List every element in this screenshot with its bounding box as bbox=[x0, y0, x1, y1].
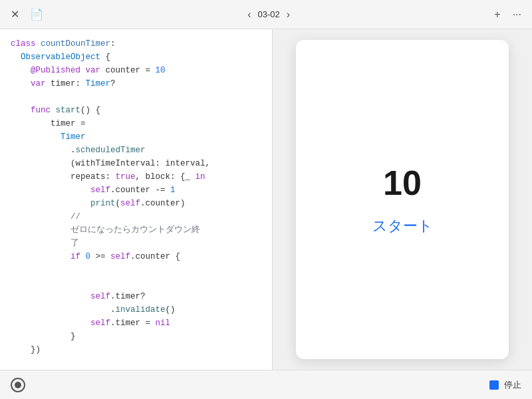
bottom-bar: 停止 bbox=[0, 370, 532, 399]
preview-panel: 10 スタート bbox=[273, 29, 532, 370]
record-dot bbox=[15, 382, 21, 388]
stop-label: 停止 bbox=[504, 379, 521, 391]
code-line: .invalidate() bbox=[0, 303, 272, 317]
code-line: print(self.counter) bbox=[0, 197, 272, 210]
file-icon: 📄 bbox=[27, 7, 46, 22]
code-line: .scheduledTimer bbox=[0, 144, 272, 157]
code-line: @Published var counter = 10 bbox=[0, 64, 272, 77]
prev-button[interactable]: ‹ bbox=[245, 7, 253, 22]
code-line: self.timer? bbox=[0, 290, 272, 303]
record-icon bbox=[11, 378, 25, 392]
code-line: func start() { bbox=[0, 104, 272, 117]
counter-display: 10 bbox=[383, 163, 422, 203]
code-line: ゼロになったらカウントダウン終 bbox=[0, 223, 272, 237]
bottom-bar-right: 停止 bbox=[489, 379, 521, 391]
code-line: self.counter -= 1 bbox=[0, 184, 272, 197]
code-line: Timer bbox=[0, 130, 272, 144]
code-line bbox=[0, 263, 272, 277]
stop-icon bbox=[489, 380, 499, 390]
code-line: ObservableObject { bbox=[0, 51, 272, 64]
tab-name: 03-02 bbox=[258, 9, 280, 19]
code-line: } bbox=[0, 330, 272, 343]
code-line bbox=[0, 90, 272, 104]
code-line bbox=[0, 277, 272, 290]
next-button[interactable]: › bbox=[284, 7, 293, 22]
toolbar-center: ‹ 03-02 › bbox=[53, 7, 485, 22]
toolbar-right: + ··· bbox=[491, 7, 524, 22]
code-editor: class countDounTimer: ObservableObject {… bbox=[0, 29, 273, 370]
code-line: (withTimeInterval: interval, bbox=[0, 157, 272, 170]
code-line: timer = bbox=[0, 117, 272, 130]
toolbar: ✕ 📄 ‹ 03-02 › + ··· bbox=[0, 0, 532, 29]
code-line: class countDounTimer: bbox=[0, 37, 272, 51]
code-line: 了 bbox=[0, 237, 272, 250]
toolbar-left: ✕ 📄 bbox=[8, 7, 46, 22]
code-line: // bbox=[0, 210, 272, 223]
simulator-card: 10 スタート bbox=[296, 40, 509, 359]
code-line: if 0 >= self.counter { bbox=[0, 250, 272, 263]
more-button[interactable]: ··· bbox=[510, 7, 524, 22]
code-line: repeats: true, block: {_ in bbox=[0, 170, 272, 184]
start-button[interactable]: スタート bbox=[372, 216, 433, 236]
code-line: self.timer = nil bbox=[0, 317, 272, 330]
bottom-bar-left bbox=[11, 378, 25, 392]
add-button[interactable]: + bbox=[491, 7, 503, 22]
close-button[interactable]: ✕ bbox=[8, 7, 22, 22]
main-content: class countDounTimer: ObservableObject {… bbox=[0, 29, 532, 370]
code-line: var timer: Timer? bbox=[0, 77, 272, 90]
code-line: }) bbox=[0, 343, 272, 356]
